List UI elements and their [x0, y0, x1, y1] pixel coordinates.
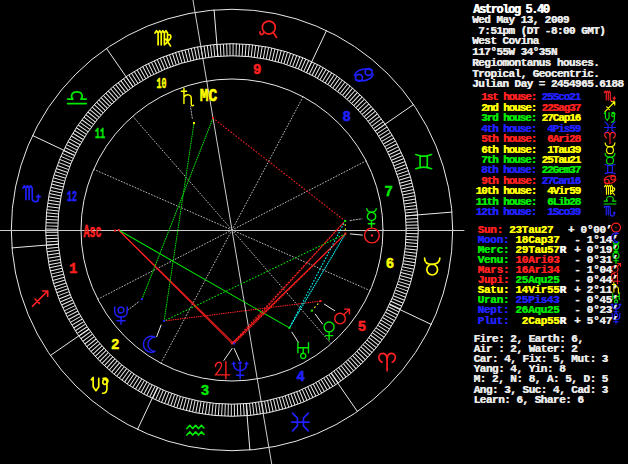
svg-text:10: 10	[156, 76, 166, 92]
svg-text:3: 3	[201, 383, 209, 399]
svg-text:MC: MC	[200, 85, 218, 107]
svg-text:4: 4	[296, 369, 304, 385]
svg-text:7: 7	[385, 184, 393, 200]
svg-text:8: 8	[342, 109, 350, 125]
svg-text:11: 11	[95, 126, 105, 142]
svg-text:9: 9	[253, 62, 261, 78]
svg-text:12: 12	[67, 189, 77, 205]
svg-text:Asc: Asc	[84, 221, 102, 243]
svg-text:2: 2	[111, 337, 119, 353]
svg-text:5: 5	[358, 319, 366, 335]
svg-text:6: 6	[386, 256, 394, 272]
svg-text:1: 1	[69, 261, 77, 277]
